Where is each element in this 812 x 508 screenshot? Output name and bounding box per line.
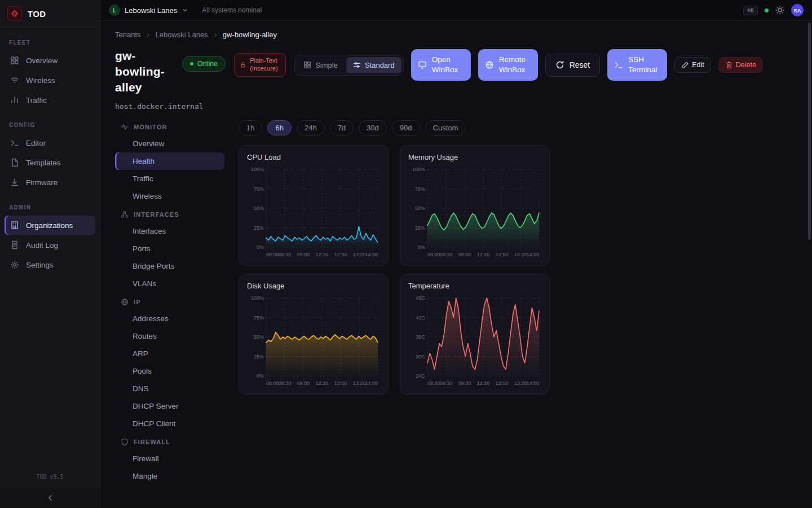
subnav-item-arp[interactable]: ARP xyxy=(115,345,224,362)
svg-text:14:00: 14:00 xyxy=(365,252,378,257)
subnav-item-traffic[interactable]: Traffic xyxy=(115,170,224,187)
button-label: Delete xyxy=(736,61,756,69)
subnav-item-bridge-ports[interactable]: Bridge Ports xyxy=(115,257,224,275)
chart-card-disk-usage: Disk Usage0%25%50%75%100%08:0008:3009:00… xyxy=(239,274,389,395)
subnav-section-monitor: MONITOR xyxy=(115,117,224,135)
title-block: gw-bowling-alley xyxy=(115,48,174,95)
subnav-item-vlans[interactable]: VLANs xyxy=(115,275,224,292)
sidebar-item-audit-log[interactable]: Audit Log xyxy=(5,235,95,255)
subnav-item-dns[interactable]: DNS xyxy=(115,380,224,397)
svg-text:12:50: 12:50 xyxy=(334,380,347,386)
status-badge-label: Online xyxy=(197,60,218,68)
subnav-section-label: MONITOR xyxy=(134,124,167,130)
svg-text:14:00: 14:00 xyxy=(365,380,378,386)
button-label: Edit xyxy=(692,61,704,69)
subnav-item-ports[interactable]: Ports xyxy=(115,240,224,257)
chevron-left-icon xyxy=(46,493,55,502)
time-range-7d[interactable]: 7d xyxy=(330,120,354,135)
svg-text:24C: 24C xyxy=(416,373,425,379)
sidebar-item-overview[interactable]: Overview xyxy=(5,51,95,70)
user-avatar[interactable]: SA xyxy=(791,4,804,16)
time-range-90d[interactable]: 90d xyxy=(392,120,420,135)
delete-button[interactable]: Delete xyxy=(718,57,763,73)
svg-text:50%: 50% xyxy=(415,205,425,211)
svg-text:08:00: 08:00 xyxy=(266,380,279,386)
time-range-24h[interactable]: 24h xyxy=(297,120,325,135)
time-range-custom[interactable]: Custom xyxy=(425,120,466,135)
svg-text:30C: 30C xyxy=(416,354,425,360)
breadcrumb-gw-bowling-alley: gw-bowling-alley xyxy=(223,30,277,39)
svg-text:14:00: 14:00 xyxy=(526,252,539,257)
tenant-avatar: L xyxy=(109,5,120,16)
device-subnav: MONITOROverviewHealthTrafficWirelessINTE… xyxy=(115,117,224,485)
gear-icon xyxy=(10,260,19,269)
sidebar-section-admin: ADMIN xyxy=(0,192,100,215)
subnav-item-firewall[interactable]: Firewall xyxy=(115,450,224,467)
topbar-right: ⌘K SA xyxy=(743,4,804,16)
reset-button[interactable]: Reset xyxy=(545,54,601,77)
theme-toggle-sun-icon[interactable] xyxy=(775,6,784,15)
app-name: TOD xyxy=(28,9,46,19)
chart-grid: CPU Load0%25%50%75%100%08:0008:3009:0012… xyxy=(239,145,797,395)
subnav-item-dhcp-server[interactable]: DHCP Server xyxy=(115,397,224,415)
mode-standard-button[interactable]: Standard xyxy=(346,57,401,73)
scrollbar-thumb[interactable] xyxy=(808,23,811,240)
security-warning-badge: Plain-Text (Insecure) xyxy=(234,53,286,77)
sidebar-item-wireless[interactable]: Wireless xyxy=(5,71,95,90)
chart-card-cpu-load: CPU Load0%25%50%75%100%08:0008:3009:0012… xyxy=(239,145,389,266)
time-range-30d[interactable]: 30d xyxy=(359,120,387,135)
header-actions: SimpleStandard Open WinBoxRemote WinBoxR… xyxy=(294,49,763,81)
breadcrumb-tenants[interactable]: Tenants xyxy=(115,30,141,39)
sidebar-item-settings[interactable]: Settings xyxy=(5,255,95,274)
time-range-1h[interactable]: 1h xyxy=(239,120,262,135)
subnav-item-interfaces[interactable]: Interfaces xyxy=(115,222,224,240)
remote-winbox-button[interactable]: Remote WinBox xyxy=(478,49,538,81)
sidebar: TOD FLEETOverviewWirelessTrafficCONFIGEd… xyxy=(0,0,100,508)
command-palette-shortcut[interactable]: ⌘K xyxy=(743,6,758,15)
time-range-6h[interactable]: 6h xyxy=(267,120,291,135)
subnav-item-wireless[interactable]: Wireless xyxy=(115,187,224,205)
subnav-item-mangle[interactable]: Mangle xyxy=(115,467,224,485)
subnav-item-dhcp-client[interactable]: DHCP Client xyxy=(115,415,224,432)
online-dot-icon xyxy=(190,62,193,65)
open-winbox-button[interactable]: Open WinBox xyxy=(411,49,471,81)
app-logo[interactable]: TOD xyxy=(0,0,100,28)
svg-text:0%: 0% xyxy=(418,244,425,250)
mode-label: Standard xyxy=(365,61,395,69)
svg-text:09:00: 09:00 xyxy=(297,252,310,257)
view-mode-toggle: SimpleStandard xyxy=(294,55,404,76)
topbar: L Lebowski Lanes All systems nominal ⌘K … xyxy=(100,0,812,21)
trash-icon xyxy=(725,61,733,69)
subnav-item-overview[interactable]: Overview xyxy=(115,135,224,152)
subnav-item-addresses[interactable]: Addresses xyxy=(115,310,224,327)
system-status-text: All systems nominal xyxy=(202,6,262,14)
body-row: MONITOROverviewHealthTrafficWirelessINTE… xyxy=(115,117,797,485)
time-range-selector: 1h6h24h7d30d90dCustom xyxy=(239,120,797,135)
svg-text:12:50: 12:50 xyxy=(334,252,347,257)
shield-icon xyxy=(121,438,129,446)
sidebar-item-label: Organizations xyxy=(26,221,73,230)
svg-text:12:50: 12:50 xyxy=(496,252,509,257)
subnav-section-interfaces: INTERFACES xyxy=(115,205,224,222)
sidebar-section-config: CONFIG xyxy=(0,110,100,133)
subnav-item-health[interactable]: Health xyxy=(115,152,224,170)
sidebar-item-label: Wireless xyxy=(26,76,55,85)
breadcrumb-lebowski-lanes[interactable]: Lebowski Lanes xyxy=(156,30,208,39)
subnav-section-label: INTERFACES xyxy=(134,211,179,218)
tenant-selector[interactable]: L Lebowski Lanes xyxy=(109,5,188,16)
mode-simple-button[interactable]: Simple xyxy=(297,57,345,73)
button-label: Reset xyxy=(570,60,590,69)
sidebar-collapse-button[interactable] xyxy=(0,487,100,508)
svg-text:08:30: 08:30 xyxy=(279,252,292,257)
sidebar-item-templates[interactable]: Templates xyxy=(5,153,95,172)
ssh-terminal-button[interactable]: SSH Terminal xyxy=(607,49,667,81)
sidebar-item-traffic[interactable]: Traffic xyxy=(5,90,95,110)
subnav-item-pools[interactable]: Pools xyxy=(115,362,224,380)
sidebar-item-firmware[interactable]: Firmware xyxy=(5,173,95,192)
sidebar-item-organizations[interactable]: Organizations xyxy=(5,216,95,235)
subnav-item-routes[interactable]: Routes xyxy=(115,327,224,345)
edit-button[interactable]: Edit xyxy=(674,57,711,73)
list-icon xyxy=(10,240,19,249)
chevron-right-icon xyxy=(145,32,152,38)
sidebar-item-editor[interactable]: Editor xyxy=(5,133,95,152)
